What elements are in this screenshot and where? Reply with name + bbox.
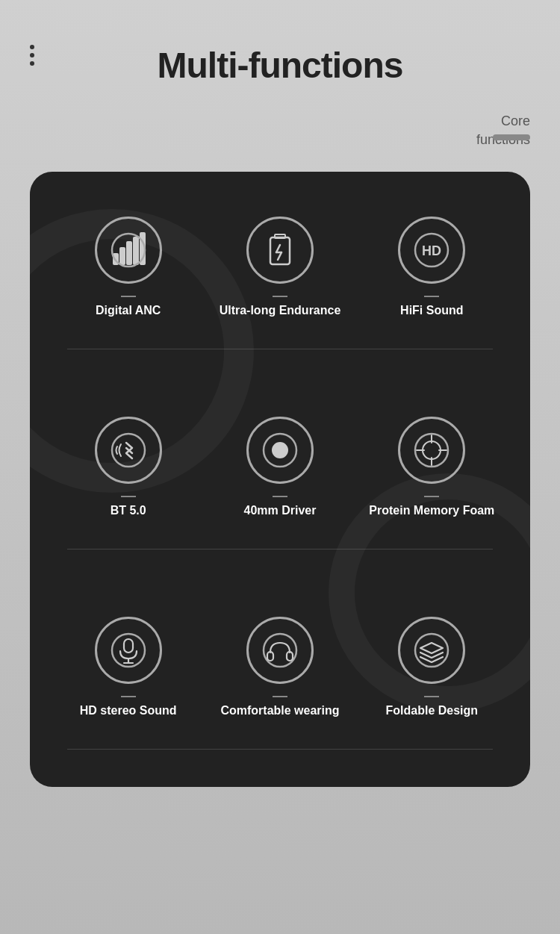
- foldable-design-label: Foldable Design: [386, 703, 479, 719]
- microphone-icon: [110, 632, 147, 669]
- svg-rect-7: [275, 234, 285, 238]
- scroll-indicator: [493, 134, 530, 140]
- feature-dash: [121, 496, 136, 497]
- hd-stereo-sound-label: HD stereo Sound: [80, 703, 177, 719]
- features-row-1: Digital ANC Ultra-long Endurance HD: [52, 202, 508, 341]
- protein-memory-foam-label: Protein Memory Foam: [369, 503, 494, 519]
- spacer-1: [52, 357, 508, 402]
- digital-anc-icon-circle: [95, 217, 162, 284]
- svg-line-8: [276, 245, 280, 252]
- hd-stereo-sound-icon-circle: [95, 617, 162, 684]
- feature-hifi-sound: HD HiFi Sound: [356, 202, 508, 341]
- svg-line-10: [278, 252, 281, 260]
- spacer-2: [52, 557, 508, 602]
- header: Multi-functions: [0, 0, 560, 101]
- foldable-design-icon-circle: [398, 617, 465, 684]
- feature-dash: [424, 496, 439, 497]
- row-divider-2: [67, 549, 493, 549]
- feature-hd-stereo-sound: HD stereo Sound: [52, 602, 204, 741]
- feature-ultra-long-endurance: Ultra-long Endurance: [204, 202, 355, 341]
- svg-rect-1: [120, 248, 125, 264]
- svg-point-15: [273, 443, 287, 458]
- feature-foldable-design: Foldable Design: [356, 602, 508, 741]
- svg-point-17: [423, 441, 441, 459]
- comfortable-wearing-label: Comfortable wearing: [220, 703, 339, 719]
- battery-bolt-icon: [261, 231, 299, 269]
- svg-text:HD: HD: [422, 243, 441, 258]
- bt5-icon-circle: [95, 417, 162, 484]
- digital-anc-label: Digital ANC: [96, 303, 161, 319]
- more-options-icon[interactable]: [30, 45, 34, 66]
- feature-protein-memory-foam: Protein Memory Foam: [356, 402, 508, 541]
- feature-dash: [273, 496, 287, 497]
- comfortable-wearing-icon-circle: [246, 617, 314, 684]
- feature-digital-anc: Digital ANC: [52, 202, 204, 341]
- feature-dash: [424, 296, 439, 297]
- feature-bt5: BT 5.0: [52, 402, 204, 541]
- svg-rect-23: [124, 639, 133, 653]
- 40mm-driver-label: 40mm Driver: [244, 503, 317, 519]
- circle-dot-icon: [261, 432, 299, 469]
- layers-icon: [413, 632, 450, 669]
- svg-point-26: [264, 634, 296, 667]
- ultra-long-endurance-label: Ultra-long Endurance: [220, 303, 341, 319]
- feature-40mm-driver: 40mm Driver: [204, 402, 355, 541]
- svg-rect-6: [270, 237, 290, 264]
- feature-dash: [424, 696, 439, 697]
- ultra-long-endurance-icon-circle: [246, 217, 314, 284]
- signal-bars-icon: [110, 231, 147, 269]
- page-title: Multi-functions: [30, 45, 530, 86]
- feature-comfortable-wearing: Comfortable wearing: [204, 602, 355, 741]
- hifi-sound-icon-circle: HD: [398, 217, 465, 284]
- svg-rect-2: [127, 242, 131, 264]
- headphones-icon: [261, 632, 299, 669]
- features-card: Digital ANC Ultra-long Endurance HD: [30, 172, 530, 786]
- section-label: Core functions: [0, 101, 560, 149]
- features-row-2: BT 5.0 40mm Driver: [52, 402, 508, 541]
- hd-icon: HD: [413, 231, 450, 269]
- feature-dash: [121, 296, 136, 297]
- hifi-sound-label: HiFi Sound: [400, 303, 463, 319]
- feature-dash: [273, 696, 287, 697]
- row-divider-3: [67, 749, 493, 750]
- crosshair-icon: [413, 432, 450, 469]
- features-row-3: HD stereo Sound Comfortable wearing: [52, 602, 508, 741]
- feature-dash: [273, 296, 287, 297]
- feature-dash: [121, 696, 136, 697]
- protein-memory-foam-icon-circle: [398, 417, 465, 484]
- 40mm-driver-icon-circle: [246, 417, 314, 484]
- bt5-label: BT 5.0: [111, 503, 146, 519]
- svg-rect-3: [134, 237, 138, 264]
- row-divider-1: [67, 349, 493, 349]
- bluetooth-waves-icon: [110, 432, 147, 469]
